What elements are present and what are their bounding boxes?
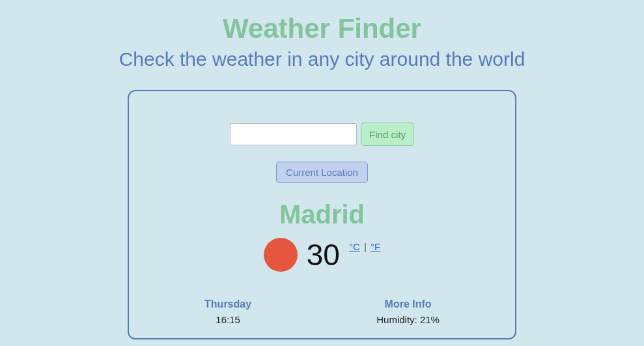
info-row: Thursday 16:15 More Info Humidity: 21% <box>142 298 502 325</box>
celsius-link[interactable]: °C <box>349 241 360 252</box>
day-heading: Thursday <box>204 298 251 310</box>
more-info-heading: More Info <box>376 298 440 310</box>
humidity-value: Humidity: 21% <box>376 314 440 325</box>
search-row: Find city <box>142 123 502 146</box>
more-info-column: More Info Humidity: 21% <box>376 298 440 325</box>
fahrenheit-link[interactable]: °F <box>371 241 380 252</box>
temperature-value: 30 <box>307 237 340 272</box>
current-location-button[interactable]: Current Location <box>276 162 368 183</box>
time-value: 16:15 <box>204 314 251 325</box>
unit-switch: °C | °F <box>349 241 380 252</box>
city-search-input[interactable] <box>230 123 357 145</box>
temperature-row: 30 °C | °F <box>142 237 502 272</box>
weather-card: Find city Current Location Madrid 30 °C … <box>128 90 516 339</box>
app-subtitle: Check the weather in any city around the… <box>0 48 644 70</box>
city-name: Madrid <box>142 200 502 229</box>
sun-icon <box>264 238 298 272</box>
unit-separator: | <box>361 241 369 252</box>
day-column: Thursday 16:15 <box>204 298 251 325</box>
find-city-button[interactable]: Find city <box>361 123 414 146</box>
app-title: Weather Finder <box>0 13 644 44</box>
